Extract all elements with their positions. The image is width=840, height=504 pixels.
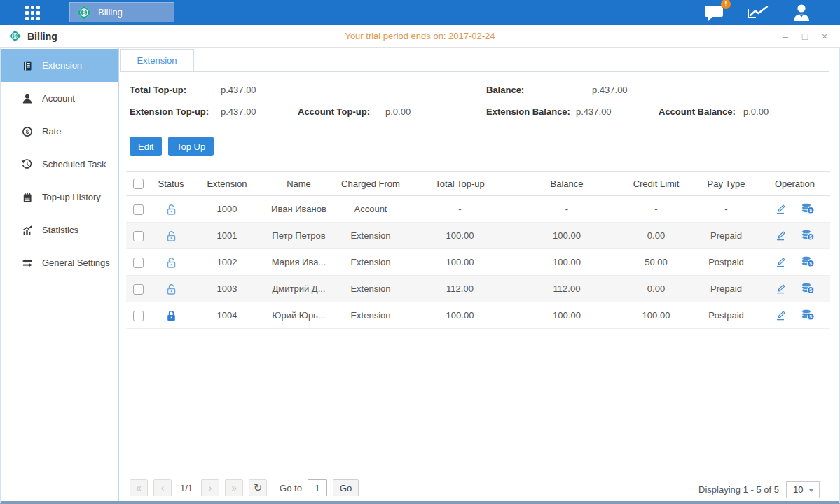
cell-credit-limit: 50.00 (619, 249, 693, 276)
cell-operation: $ (759, 249, 830, 276)
goto-page-input[interactable] (308, 479, 327, 496)
row-checkbox[interactable] (133, 258, 144, 268)
user-menu-button[interactable] (791, 3, 812, 22)
col-name: Name (262, 172, 336, 196)
edit-icon[interactable] (775, 309, 787, 323)
topup-icon[interactable]: $ (801, 202, 815, 216)
total-topup-label: Total Top-up: (130, 85, 186, 95)
topup-icon[interactable]: $ (801, 229, 815, 243)
close-button[interactable]: × (819, 31, 830, 42)
taskbar: $ Billing ! (0, 0, 840, 25)
sidebar-item-extension[interactable]: Extension (1, 49, 118, 82)
cell-name: Юрий Юрь... (262, 302, 336, 329)
cell-extension: 1000 (192, 196, 262, 223)
sidebar-item-account[interactable]: Account (1, 82, 118, 115)
cell-balance: 100.00 (514, 223, 619, 249)
table-header-row: Status Extension Name Charged From Total… (126, 172, 830, 196)
extension-topup-value: p.437.00 (221, 106, 256, 117)
topup-icon[interactable]: $ (801, 309, 815, 323)
svg-text:$: $ (809, 287, 812, 293)
statistics-trend-button[interactable] (746, 4, 770, 22)
svg-text:$: $ (809, 207, 812, 213)
cell-extension: 1001 (192, 223, 262, 249)
edit-icon[interactable] (775, 229, 787, 243)
account-balance-value: p.0.00 (743, 106, 769, 117)
cell-name: Мария Ива... (262, 249, 336, 276)
cell-credit-limit: 0.00 (619, 276, 693, 302)
cell-credit-limit: 100.00 (619, 302, 693, 329)
table-row: 1004 Юрий Юрь... Extension 100.00 100.00… (126, 302, 830, 329)
top-up-button[interactable]: Top Up (168, 136, 214, 156)
next-page-button[interactable]: › (201, 479, 219, 496)
tab-extension[interactable]: Extension (120, 49, 194, 71)
topup-icon[interactable]: $ (801, 255, 815, 270)
col-operation: Operation (759, 172, 830, 196)
app-menu-grid-icon[interactable] (25, 6, 40, 20)
sidebar-item-label: Scheduled Task (42, 159, 106, 169)
col-balance: Balance (514, 172, 619, 196)
pagination-bar: « ‹ 1/1 › » ↻ Go to Go Displaying 1 - 5 … (130, 479, 820, 499)
total-topup-value: p.437.00 (221, 85, 256, 95)
cell-total-topup: 100.00 (406, 249, 514, 276)
row-checkbox[interactable] (133, 204, 144, 215)
table-body: 1000 Иван Иванов Account - - - - (126, 196, 830, 329)
table-row: 1001 Петр Петров Extension 100.00 100.00… (126, 223, 830, 249)
cell-pay-type: Prepaid (693, 223, 759, 249)
lock-open-icon (165, 256, 177, 269)
topup-icon[interactable]: $ (801, 282, 815, 296)
row-checkbox[interactable] (133, 311, 144, 321)
col-pay-type: Pay Type (693, 172, 759, 196)
last-page-button[interactable]: » (225, 479, 243, 496)
line-chart-icon (746, 4, 770, 22)
select-all-checkbox[interactable] (133, 178, 144, 189)
edit-button[interactable]: Edit (130, 136, 162, 156)
status-lock-icon (150, 196, 192, 223)
sidebar-item-general-settings[interactable]: General Settings (1, 246, 118, 279)
sidebar-item-statistics[interactable]: Statistics (1, 214, 118, 246)
sidebar-item-rate[interactable]: $ Rate (1, 115, 118, 148)
cell-total-topup: 100.00 (406, 302, 514, 329)
edit-icon[interactable] (775, 202, 787, 216)
col-extension: Extension (192, 172, 262, 196)
sidebar-item-scheduled-task[interactable]: Scheduled Task (1, 148, 118, 181)
page-indicator: 1/1 (177, 483, 195, 493)
taskbar-right-icons: ! (704, 0, 812, 25)
row-checkbox[interactable] (133, 231, 144, 241)
taskbar-tab-billing[interactable]: $ Billing (69, 2, 174, 22)
minimize-button[interactable]: – (780, 31, 791, 42)
balance-label: Balance: (486, 85, 524, 95)
sidebar-item-label: Top-up History (42, 192, 101, 202)
status-lock-icon (150, 276, 192, 302)
edit-icon[interactable] (775, 255, 787, 270)
edit-icon[interactable] (775, 282, 787, 296)
sidebar-item-label: Statistics (42, 225, 78, 235)
sidebar: Extension Account $ Rate (1, 48, 119, 501)
next-page-icon: › (209, 482, 212, 493)
cell-total-topup: 112.00 (406, 276, 514, 302)
svg-text:$: $ (25, 128, 29, 135)
cell-balance: 100.00 (514, 302, 619, 329)
sidebar-item-topup-history[interactable]: Top-up History (1, 181, 118, 214)
notifications-button[interactable]: ! (704, 4, 725, 22)
cell-name: Иван Иванов (262, 196, 336, 223)
row-checkbox[interactable] (133, 284, 144, 295)
svg-text:$: $ (809, 314, 812, 319)
goto-label: Go to (280, 483, 302, 493)
cell-extension: 1002 (192, 249, 262, 276)
prev-page-button[interactable]: ‹ (153, 479, 172, 496)
svg-text:$: $ (83, 9, 86, 16)
page-size-select[interactable]: 10 (786, 481, 820, 498)
cell-charged-from: Extension (336, 276, 406, 302)
maximize-button[interactable]: □ (799, 31, 811, 42)
cell-charged-from: Account (336, 196, 406, 223)
first-page-button[interactable]: « (130, 479, 148, 496)
window-title: Billing (27, 31, 57, 42)
main-content: Extension Total Top-up: p.437.00 Balance… (119, 48, 839, 501)
lock-open-icon (165, 203, 177, 216)
go-button[interactable]: Go (333, 479, 359, 496)
rate-dollar-icon: $ (21, 125, 33, 137)
cell-total-topup: 100.00 (406, 223, 514, 249)
refresh-button[interactable]: ↻ (249, 479, 267, 496)
lock-open-icon (165, 283, 177, 295)
extension-topup-label: Extension Top-up: (130, 106, 209, 117)
